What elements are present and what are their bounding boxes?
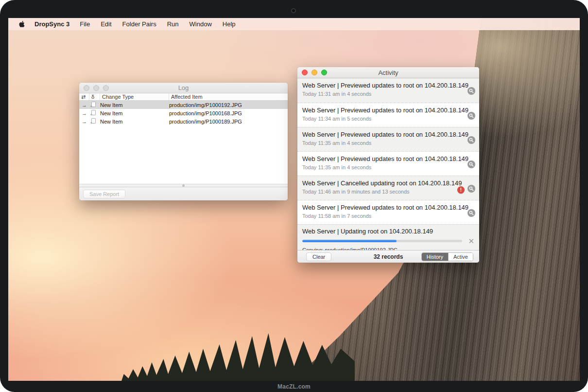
- log-window: Log ⇄ δ Change Type Affected Item → New …: [79, 83, 288, 200]
- zoom-button[interactable]: [321, 70, 327, 75]
- inspect-magnifier-icon[interactable]: [467, 160, 475, 170]
- change-type-cell: New Item: [100, 102, 169, 108]
- close-button[interactable]: [302, 70, 308, 75]
- activity-titlebar[interactable]: Activity: [297, 67, 479, 78]
- activity-window: Activity Web Server | Previewed updates …: [297, 67, 479, 263]
- entry-title: Web Server | Previewed updates to root o…: [302, 155, 474, 162]
- affected-item-cell: production/img/P1000189.JPG: [169, 119, 288, 125]
- menu-app-name[interactable]: DropSync 3: [35, 20, 69, 28]
- entry-timestamp: Today 11:35 am in 4 seconds: [302, 140, 474, 146]
- menu-item[interactable]: File: [80, 20, 90, 28]
- activity-entry[interactable]: Web Server | Previewed updates to root o…: [297, 127, 479, 151]
- log-footer: Save Report: [79, 187, 288, 200]
- entry-timestamp: Today 11:58 am in 7 seconds: [302, 213, 474, 219]
- menu-item[interactable]: Folder Pairs: [122, 20, 156, 28]
- laptop-bezel: DropSync 3 FileEditFolder PairsRunWindow…: [0, 0, 588, 392]
- cancel-task-icon[interactable]: ✕: [468, 237, 474, 245]
- task-title: Web Server | Updating root on 104.200.18…: [302, 228, 474, 235]
- activity-window-title: Activity: [378, 69, 398, 76]
- minimize-button[interactable]: [93, 85, 99, 91]
- column-affected-item[interactable]: Affected Item: [169, 93, 288, 100]
- save-report-button[interactable]: Save Report: [83, 190, 125, 198]
- log-traffic-lights: [84, 85, 109, 91]
- log-window-title: Log: [178, 84, 189, 91]
- log-table-header: ⇄ δ Change Type Affected Item: [79, 93, 288, 101]
- history-active-segmented-control: History Active: [421, 252, 473, 261]
- activity-entry[interactable]: Web Server | Previewed updates to root o…: [297, 151, 479, 176]
- segment-active[interactable]: Active: [448, 253, 473, 261]
- error-icon: !: [457, 186, 465, 194]
- log-table-empty-area: [79, 125, 288, 184]
- activity-traffic-lights: [302, 70, 327, 75]
- new-file-icon: [89, 102, 100, 108]
- clear-button[interactable]: Clear: [306, 252, 331, 261]
- entry-title: Web Server | Previewed updates to root o…: [302, 107, 474, 114]
- activity-entry[interactable]: Web Server | Previewed updates to root o…: [297, 103, 479, 127]
- menu-item[interactable]: Run: [167, 20, 179, 28]
- entry-timestamp: Today 11:34 am in 5 seconds: [302, 116, 474, 122]
- log-table-row[interactable]: → New Item production/img/P1000192.JPG: [79, 101, 288, 109]
- wallpaper-forest: [121, 332, 355, 381]
- entry-title: Web Server | Cancelled updating root on …: [302, 179, 474, 187]
- menu-item[interactable]: Help: [223, 20, 236, 28]
- affected-item-cell: production/img/P1000192.JPG: [169, 102, 288, 108]
- activity-entry[interactable]: Web Server | Previewed updates to root o…: [297, 200, 479, 224]
- activity-entry[interactable]: Web Server | Previewed updates to root o…: [297, 78, 479, 103]
- splitter-handle[interactable]: [79, 184, 288, 187]
- active-task-row: Web Server | Updating root on 104.200.18…: [297, 224, 479, 250]
- log-table-row[interactable]: → New Item production/img/P1000189.JPG: [79, 117, 288, 125]
- segment-history[interactable]: History: [422, 253, 448, 261]
- new-file-icon: [89, 110, 100, 116]
- menu-bar: DropSync 3 FileEditFolder PairsRunWindow…: [8, 18, 580, 30]
- entry-title: Web Server | Previewed updates to root o…: [302, 204, 474, 211]
- direction-arrow-icon: →: [79, 110, 89, 116]
- direction-arrow-icon: →: [79, 102, 89, 108]
- entry-timestamp: Today 11:35 am in 4 seconds: [302, 164, 474, 170]
- menu-item[interactable]: Edit: [101, 20, 111, 28]
- inspect-magnifier-icon[interactable]: [467, 112, 475, 122]
- desktop-wallpaper: DropSync 3 FileEditFolder PairsRunWindow…: [8, 18, 580, 381]
- new-file-icon: [89, 118, 100, 125]
- inspect-magnifier-icon[interactable]: [467, 136, 475, 146]
- entry-timestamp: Today 11:46 am in 9 minutes and 13 secon…: [302, 189, 474, 195]
- inspect-magnifier-icon[interactable]: [467, 209, 475, 219]
- inspect-magnifier-icon[interactable]: [467, 87, 475, 97]
- records-count: 32 records: [374, 253, 403, 260]
- inspect-magnifier-icon[interactable]: [467, 185, 475, 195]
- log-table-row[interactable]: → New Item production/img/P1000168.JPG: [79, 109, 288, 117]
- close-button[interactable]: [84, 85, 89, 91]
- change-type-cell: New Item: [100, 110, 169, 116]
- apple-menu-icon[interactable]: [19, 20, 25, 28]
- activity-footer: Clear 32 records History Active: [297, 250, 479, 263]
- log-table: → New Item production/img/P1000192.JPG →…: [79, 101, 288, 125]
- menu-item[interactable]: Window: [190, 20, 212, 28]
- activity-list: Web Server | Previewed updates to root o…: [297, 78, 479, 224]
- change-type-cell: New Item: [100, 119, 169, 125]
- webcam-icon: [291, 8, 296, 13]
- direction-arrow-icon: →: [79, 119, 89, 125]
- zoom-button[interactable]: [103, 85, 109, 91]
- progress-fill: [302, 240, 397, 242]
- column-direction[interactable]: ⇄: [79, 93, 89, 100]
- column-delta[interactable]: δ: [89, 93, 100, 100]
- activity-entry[interactable]: Web Server | Cancelled updating root on …: [297, 176, 479, 200]
- entry-title: Web Server | Previewed updates to root o…: [302, 82, 474, 89]
- log-titlebar[interactable]: Log: [79, 83, 288, 93]
- affected-item-cell: production/img/P1000168.JPG: [169, 110, 288, 116]
- minimize-button[interactable]: [311, 70, 317, 75]
- bezel-brand-label: MacZL.com: [0, 383, 588, 390]
- entry-timestamp: Today 11:31 am in 4 seconds: [302, 91, 474, 97]
- column-change-type[interactable]: Change Type: [100, 93, 169, 100]
- progress-bar: [302, 240, 462, 242]
- entry-title: Web Server | Previewed updates to root o…: [302, 131, 474, 138]
